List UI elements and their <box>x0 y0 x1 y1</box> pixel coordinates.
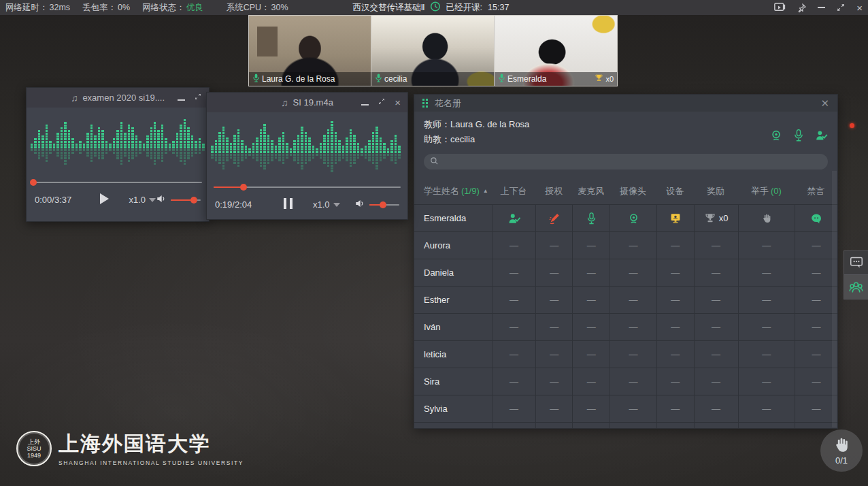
status-cell[interactable]: — <box>656 287 694 314</box>
chat-panel-button[interactable] <box>844 250 868 275</box>
status-cell[interactable] <box>535 205 572 232</box>
player-title-bar[interactable]: ♫ examen 2020 si19.... <box>27 88 209 108</box>
student-row[interactable]: Sylvia———————— <box>414 395 837 423</box>
status-cell[interactable]: — <box>572 341 610 368</box>
status-cell[interactable]: — <box>535 259 572 287</box>
minimize-button[interactable] <box>361 97 369 108</box>
minimize-button[interactable] <box>818 7 825 8</box>
restore-button[interactable] <box>194 93 202 103</box>
status-cell[interactable]: — <box>694 423 738 430</box>
speaker-icon[interactable] <box>354 199 365 210</box>
status-cell[interactable]: — <box>738 341 795 368</box>
status-cell[interactable]: — <box>694 232 738 259</box>
status-cell[interactable]: — <box>610 368 656 395</box>
status-cell[interactable]: — <box>795 368 837 395</box>
status-cell[interactable]: — <box>610 314 656 341</box>
status-cell[interactable]: — <box>738 423 795 430</box>
status-cell[interactable]: — <box>572 287 610 314</box>
status-cell[interactable]: — <box>795 259 837 287</box>
play-button[interactable] <box>96 193 113 206</box>
status-cell[interactable]: — <box>535 287 572 314</box>
status-cell[interactable]: — <box>656 232 694 259</box>
screen-preview-icon[interactable] <box>774 3 786 12</box>
mic-all-icon[interactable] <box>793 129 804 146</box>
status-cell[interactable]: — <box>535 368 572 395</box>
status-cell[interactable]: — <box>535 232 572 259</box>
status-cell[interactable]: — <box>694 341 738 368</box>
hand-raise-button[interactable]: 0/1 <box>820 430 863 472</box>
status-cell[interactable]: — <box>610 232 656 259</box>
seek-bar[interactable] <box>33 178 202 187</box>
camera-all-icon[interactable] <box>770 129 782 146</box>
status-cell[interactable]: — <box>738 314 795 341</box>
maximize-button[interactable] <box>836 3 846 12</box>
status-cell[interactable]: — <box>572 314 610 341</box>
close-icon[interactable]: ✕ <box>820 97 829 110</box>
student-row[interactable]: Aurora———————— <box>414 232 837 259</box>
status-cell[interactable]: — <box>610 287 656 314</box>
student-row[interactable]: Esther———————— <box>414 287 837 314</box>
scrollbar[interactable] <box>832 171 837 427</box>
status-cell[interactable]: — <box>572 232 610 259</box>
status-cell[interactable]: x0 <box>694 205 738 232</box>
status-cell[interactable]: — <box>572 259 610 287</box>
status-cell[interactable]: — <box>610 259 656 287</box>
status-cell[interactable]: — <box>738 259 795 287</box>
status-cell[interactable]: — <box>656 423 694 430</box>
status-cell[interactable]: — <box>795 395 837 423</box>
video-tile-student[interactable]: Esmeralda x0 <box>495 15 618 86</box>
student-row[interactable]: Daniela———————— <box>414 259 837 287</box>
status-cell[interactable]: — <box>795 314 837 341</box>
status-cell[interactable]: — <box>694 314 738 341</box>
pin-icon[interactable] <box>797 3 807 13</box>
status-cell[interactable]: — <box>572 423 610 430</box>
volume-slider[interactable] <box>369 201 399 208</box>
status-cell[interactable] <box>492 205 536 232</box>
stage-all-icon[interactable] <box>815 129 828 146</box>
student-row[interactable]: violeta———————— <box>414 423 837 429</box>
status-cell[interactable]: — <box>535 423 572 430</box>
status-cell[interactable]: — <box>535 314 572 341</box>
status-cell[interactable]: — <box>610 423 656 430</box>
student-row[interactable]: Esmeraldax0 <box>414 205 837 232</box>
status-cell[interactable]: — <box>694 368 738 395</box>
roster-panel-button[interactable] <box>844 275 868 299</box>
drag-handle-icon[interactable] <box>422 99 428 108</box>
status-cell[interactable]: — <box>795 341 837 368</box>
status-cell[interactable]: — <box>610 341 656 368</box>
status-cell[interactable]: — <box>492 232 536 259</box>
restore-button[interactable] <box>378 97 386 108</box>
status-cell[interactable]: — <box>795 232 837 259</box>
status-cell[interactable]: — <box>656 395 694 423</box>
status-cell[interactable]: — <box>492 314 536 341</box>
status-cell[interactable] <box>610 205 656 232</box>
player-title-bar[interactable]: ♫ SI 19.m4a × <box>207 93 407 112</box>
column-header-student-name[interactable]: 学生姓名(1/9)▲ <box>414 185 492 197</box>
status-cell[interactable]: — <box>656 259 694 287</box>
status-cell[interactable]: — <box>492 259 536 287</box>
status-cell[interactable]: — <box>656 314 694 341</box>
speaker-icon[interactable] <box>156 194 167 206</box>
status-cell[interactable]: — <box>492 368 536 395</box>
seek-handle[interactable] <box>30 179 37 186</box>
volume-handle[interactable] <box>190 197 197 204</box>
status-cell[interactable]: — <box>492 341 536 368</box>
status-cell[interactable]: — <box>492 395 536 423</box>
status-cell[interactable]: — <box>610 395 656 423</box>
student-row[interactable]: Iván———————— <box>414 314 837 341</box>
status-cell[interactable]: — <box>572 368 610 395</box>
status-cell[interactable]: — <box>656 368 694 395</box>
close-button[interactable]: × <box>856 2 863 14</box>
status-cell[interactable]: — <box>535 395 572 423</box>
volume-slider[interactable] <box>171 197 201 204</box>
student-row[interactable]: Sira———————— <box>414 368 837 395</box>
student-row[interactable]: leticia———————— <box>414 341 837 368</box>
status-cell[interactable]: — <box>694 259 738 287</box>
status-cell[interactable]: — <box>738 232 795 259</box>
status-cell[interactable]: — <box>535 341 572 368</box>
volume-handle[interactable] <box>380 201 386 208</box>
seek-handle[interactable] <box>240 184 247 191</box>
search-input[interactable] <box>443 157 822 167</box>
status-cell[interactable] <box>572 205 610 232</box>
speed-selector[interactable]: x1.0 <box>129 195 156 205</box>
